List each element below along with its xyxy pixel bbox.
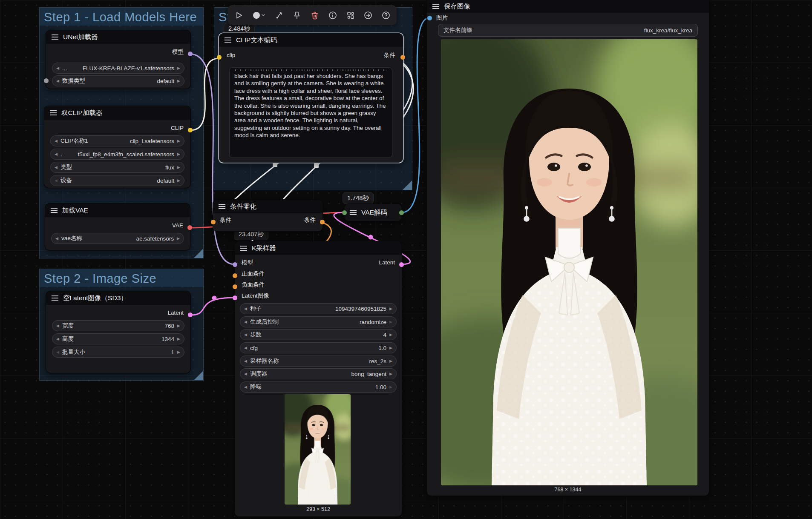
- input-socket-clip[interactable]: [217, 55, 222, 60]
- decrement-icon[interactable]: ◀: [55, 152, 58, 156]
- decrement-icon[interactable]: ◀: [56, 66, 59, 70]
- workflow-templates-button[interactable]: [343, 8, 358, 23]
- decrement-icon[interactable]: ◀: [56, 79, 59, 83]
- decrement-icon[interactable]: ◀: [56, 350, 59, 354]
- input-socket-image[interactable]: [427, 16, 432, 20]
- input-socket-positive[interactable]: [233, 273, 237, 278]
- widget-type[interactable]: ◀ 类型 flux ▶: [50, 162, 184, 173]
- decrement-icon[interactable]: ◀: [55, 178, 58, 183]
- increment-icon[interactable]: ▶: [177, 337, 180, 341]
- widget-device[interactable]: ◀ 设备 default ▶: [50, 175, 184, 186]
- node-header[interactable]: VAE解码: [344, 204, 402, 221]
- increment-icon[interactable]: ▶: [389, 307, 392, 311]
- node-conditioning-zero-out[interactable]: 条件零化 条件 条件: [213, 200, 322, 231]
- widget-sampler-name[interactable]: ◀ 采样器名称 res_2s ▶: [240, 356, 397, 367]
- widget-vae-name[interactable]: ◀ vae名称 ae.safetensors ▶: [51, 233, 184, 244]
- output-socket-latent[interactable]: [399, 262, 404, 267]
- output-socket-model[interactable]: [188, 52, 193, 56]
- decrement-icon[interactable]: ◀: [55, 165, 58, 169]
- increment-icon[interactable]: ▶: [177, 152, 180, 156]
- widget-steps[interactable]: ◀ 步数 4 ▶: [240, 329, 397, 340]
- increment-icon[interactable]: ▶: [177, 178, 180, 183]
- output-socket-clip[interactable]: [188, 128, 193, 132]
- increment-icon[interactable]: ▶: [177, 139, 180, 143]
- node-graph-canvas[interactable]: Step 1 - Load Models Here Step 2 - Image…: [0, 0, 812, 519]
- decrement-icon[interactable]: ◀: [55, 236, 58, 241]
- node-ksampler[interactable]: K采样器 模型 正面条件 负面条件 Latent图像 Latent ◀ 种子 1…: [235, 241, 402, 516]
- decrement-icon[interactable]: ◀: [244, 346, 247, 350]
- node-header[interactable]: 加载VAE: [45, 204, 190, 217]
- decrement-icon[interactable]: ◀: [56, 324, 59, 328]
- increment-icon[interactable]: ▶: [389, 333, 392, 337]
- run-button[interactable]: [231, 8, 246, 23]
- widget-seed[interactable]: ◀ 种子 1094397460951825 ▶: [240, 303, 397, 314]
- collapsed-input-socket[interactable]: [342, 210, 347, 215]
- widget-clip-name1[interactable]: ◀ CLIP名称1 clip_l.safetensors ▶: [50, 135, 184, 146]
- decrement-icon[interactable]: ◀: [55, 139, 58, 143]
- node-header[interactable]: 空Latent图像（SD3）: [46, 291, 190, 305]
- link-midpoint-marker[interactable]: [273, 162, 277, 167]
- widget-height[interactable]: ◀ 高度 1344 ▶: [52, 333, 184, 344]
- node-dual-clip-loader[interactable]: 双CLIP加载器 CLIP ◀ CLIP名称1 clip_l.safetenso…: [44, 106, 190, 188]
- increment-icon[interactable]: ▶: [177, 236, 180, 241]
- input-socket-negative[interactable]: [233, 284, 237, 289]
- widget-cfg[interactable]: ◀ cfg 1.0 ▶: [240, 342, 397, 353]
- node-header[interactable]: UNet加载器: [46, 30, 190, 44]
- increment-icon[interactable]: ▶: [177, 324, 180, 328]
- prompt-textarea[interactable]: black hair that falls just past her shou…: [229, 67, 392, 158]
- increment-icon[interactable]: ▶: [177, 350, 180, 354]
- widget-control-after-generate[interactable]: ◀ 生成后控制 randomize ▶: [240, 316, 397, 327]
- widget-dtype[interactable]: ◀ 数据类型 default ▶: [52, 75, 184, 86]
- help-button[interactable]: [379, 8, 393, 23]
- node-header[interactable]: 条件零化: [213, 200, 322, 213]
- link-midpoint-marker[interactable]: [314, 163, 319, 168]
- node-clip-text-encode[interactable]: CLIP文本编码 clip 条件 black hair that falls j…: [219, 33, 403, 163]
- pin-button[interactable]: [290, 8, 304, 23]
- node-save-image[interactable]: 保存图像 图片 文件名前缀 flux_krea/flux_krea 768 × …: [427, 0, 709, 496]
- decrement-icon[interactable]: ◀: [244, 320, 247, 324]
- increment-icon[interactable]: ▶: [389, 346, 392, 350]
- decrement-icon[interactable]: ◀: [244, 385, 247, 389]
- node-vae-loader[interactable]: 加载VAE VAE ◀ vae名称 ae.safetensors ▶: [45, 204, 190, 250]
- input-socket-conditioning[interactable]: [211, 220, 216, 224]
- input-socket-latent[interactable]: [233, 295, 237, 300]
- increment-icon[interactable]: ▶: [389, 385, 392, 389]
- decrement-icon[interactable]: ◀: [56, 337, 59, 341]
- increment-icon[interactable]: ▶: [389, 372, 392, 376]
- collapsed-output-socket[interactable]: [399, 210, 404, 215]
- decrement-icon[interactable]: ◀: [244, 372, 247, 376]
- increment-icon[interactable]: ▶: [177, 79, 180, 83]
- node-header[interactable]: CLIP文本编码: [219, 33, 403, 47]
- widget-scheduler[interactable]: ◀ 调度器 bong_tangent ▶: [240, 368, 397, 379]
- node-header[interactable]: 保存图像: [427, 0, 709, 13]
- widget-width[interactable]: ◀ 宽度 768 ▶: [52, 320, 184, 331]
- share-button[interactable]: [361, 8, 375, 23]
- increment-icon[interactable]: ▶: [177, 66, 180, 70]
- increment-icon[interactable]: ▶: [389, 320, 392, 324]
- decrement-icon[interactable]: ◀: [244, 359, 247, 363]
- output-socket-latent[interactable]: [188, 313, 193, 317]
- input-socket-model[interactable]: [233, 262, 237, 267]
- input-socket-dtype[interactable]: [44, 78, 49, 83]
- node-empty-latent[interactable]: 空Latent图像（SD3） Latent ◀ 宽度 768 ▶ ◀ 高度 13…: [46, 291, 190, 373]
- widget-clip-name2[interactable]: ◀ . t5xxl_fp8_e4m3fn_scaled.safetensors …: [50, 149, 184, 160]
- widget-filename-prefix[interactable]: 文件名前缀 flux_krea/flux_krea: [438, 24, 698, 37]
- output-socket-vae[interactable]: [187, 225, 192, 230]
- clear-queue-button[interactable]: [308, 8, 322, 23]
- toggle-link-render-button[interactable]: [272, 8, 286, 23]
- node-vae-decode[interactable]: VAE解码: [344, 204, 402, 221]
- node-header[interactable]: 双CLIP加载器: [44, 106, 190, 120]
- node-unet-loader[interactable]: UNet加载器 模型 ◀ ... FLUX-KREA-BLAZE-v1.safe…: [46, 30, 190, 89]
- widget-denoise[interactable]: ◀ 降噪 1.00 ▶: [240, 381, 397, 393]
- link-midpoint-dot[interactable]: [212, 296, 217, 301]
- widget-batch-size[interactable]: ◀ 批量大小 1 ▶: [52, 347, 184, 358]
- decrement-icon[interactable]: ◀: [244, 307, 247, 311]
- queue-mode-button[interactable]: [249, 8, 269, 23]
- widget-unet-name[interactable]: ◀ ... FLUX-KREA-BLAZE-v1.safetensors ▶: [52, 63, 184, 74]
- link-midpoint-dot[interactable]: [369, 235, 373, 240]
- output-socket-conditioning[interactable]: [320, 220, 325, 224]
- info-button[interactable]: [325, 8, 340, 23]
- decrement-icon[interactable]: ◀: [244, 333, 247, 337]
- increment-icon[interactable]: ▶: [177, 165, 180, 169]
- node-header[interactable]: K采样器: [235, 241, 402, 255]
